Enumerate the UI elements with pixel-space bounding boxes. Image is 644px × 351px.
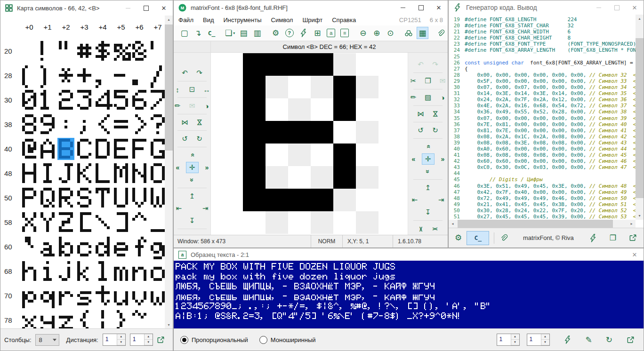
zoom-reset-button[interactable]: ⊙ xyxy=(385,27,396,39)
distance-y-stepper[interactable]: 1 ▲▼ xyxy=(130,334,153,346)
rotate-ccw-icon[interactable]: ↺ xyxy=(178,133,191,144)
glyph-pixel[interactable] xyxy=(288,121,311,144)
glyph-pixel[interactable] xyxy=(333,98,356,121)
help-button[interactable]: ? xyxy=(283,27,295,39)
glyph-pixel[interactable] xyxy=(243,166,266,189)
undo-icon[interactable]: ↶ xyxy=(178,67,191,79)
glyph-pixel[interactable] xyxy=(356,189,378,211)
glyph-pixel[interactable] xyxy=(288,211,311,234)
menu-вид[interactable]: Вид xyxy=(198,16,219,24)
contrast-icon[interactable]: ◑ xyxy=(201,100,211,112)
code-scrollbar-vertical[interactable]: ▴ ▾ xyxy=(636,15,644,220)
distance-x-stepper[interactable]: 1 ▲▼ xyxy=(103,334,126,346)
close-button[interactable]: ✕ xyxy=(626,0,644,15)
flip-v-icon[interactable]: ⋈ xyxy=(193,117,206,128)
scroll-up-icon[interactable]: ▴ xyxy=(165,16,173,24)
sample-titlebar[interactable]: a Образец текста - 2:1 ✕ xyxy=(174,248,644,261)
nav-up-icon[interactable]: » xyxy=(186,150,199,161)
rotate-cw-icon[interactable]: ↻ xyxy=(429,125,442,136)
text-sample-button[interactable]: a xyxy=(325,27,337,39)
refresh-icon[interactable]: ↻ xyxy=(606,335,612,345)
minimize-button[interactable] xyxy=(394,0,412,15)
close-button[interactable]: ✕ xyxy=(155,0,173,16)
scrollbar-thumb[interactable] xyxy=(458,220,613,228)
rotate-cw-icon[interactable]: ↻ xyxy=(193,133,206,144)
glyph-pixel[interactable] xyxy=(288,144,311,166)
glyph-pixel[interactable] xyxy=(266,53,288,76)
glyph-pixel[interactable] xyxy=(243,76,266,98)
glyph-pixel[interactable] xyxy=(356,121,378,144)
glyph-pixel[interactable] xyxy=(266,189,288,211)
close-button[interactable]: ✕ xyxy=(430,0,448,15)
glyph-pixel[interactable] xyxy=(356,76,378,98)
glyph-pixel[interactable] xyxy=(266,166,288,189)
sample-spacing-x-stepper[interactable]: 1 ▲▼ xyxy=(497,334,520,346)
squeeze-h-icon[interactable]: )( xyxy=(178,231,191,235)
scroll-up-icon[interactable]: ▴ xyxy=(636,15,644,23)
glyph-pixel[interactable] xyxy=(333,76,356,98)
glyph-pixel[interactable] xyxy=(311,98,333,121)
glyph-pixel[interactable] xyxy=(333,211,356,234)
glyph-pixel[interactable] xyxy=(288,98,311,121)
brush-icon[interactable]: ✏ xyxy=(174,100,184,112)
scroll-left-icon[interactable]: ◂ xyxy=(449,220,457,228)
open-file-button[interactable]: ❏▾ xyxy=(224,27,236,39)
glyph-pixel[interactable] xyxy=(333,144,356,166)
scrollbar-thumb[interactable] xyxy=(636,38,644,198)
settings-button[interactable]: ⚙ xyxy=(270,27,282,39)
cut-icon[interactable]: ✂ xyxy=(408,75,420,87)
code-output-button[interactable]: ≡ xyxy=(339,27,351,39)
generate-icon[interactable] xyxy=(564,335,572,344)
col-width-icon[interactable]: ↔ xyxy=(201,84,211,95)
glyph-pixel[interactable] xyxy=(311,76,333,98)
sample-spacing-y-stepper[interactable]: 1 ▲▼ xyxy=(527,334,550,346)
scroll-right-icon[interactable]: ▸ xyxy=(628,220,636,228)
redo-icon[interactable]: ↷ xyxy=(193,67,206,79)
shift-left-icon[interactable]: ⇤ xyxy=(409,194,421,206)
glyph-pixel[interactable] xyxy=(333,189,356,211)
glyph-pixel[interactable] xyxy=(311,53,333,76)
image-icon[interactable]: ▨ xyxy=(422,92,435,103)
zoom-in-button[interactable]: ⊕ xyxy=(371,27,383,39)
glyph-pixel[interactable] xyxy=(243,98,266,121)
generate-code-button[interactable] xyxy=(298,27,310,39)
copy-icon[interactable]: ❐ xyxy=(610,233,616,242)
scrollbar-thumb[interactable] xyxy=(165,24,173,151)
find-button[interactable] xyxy=(403,27,415,39)
edit-icon[interactable]: ✎ xyxy=(586,335,592,345)
glyph-pixel[interactable] xyxy=(333,53,356,76)
squeeze-v-icon[interactable]: )( xyxy=(429,223,442,234)
row-height-icon[interactable]: ↕ xyxy=(174,84,184,95)
glyph-pixel[interactable] xyxy=(311,211,333,234)
glyph-pixel[interactable] xyxy=(243,121,266,144)
glyph-pixel[interactable] xyxy=(288,76,311,98)
nav-down-icon[interactable]: » xyxy=(422,166,435,177)
columns-select[interactable]: 8 xyxy=(35,334,59,346)
shift-up-icon[interactable]: ↥ xyxy=(422,182,435,193)
code-scrollbar-horizontal[interactable]: ◂ ▸ xyxy=(449,220,636,228)
glyph-pixel[interactable] xyxy=(311,144,333,166)
shift-left-icon[interactable]: ⇤ xyxy=(174,203,185,214)
glyph-pixel[interactable] xyxy=(356,98,378,121)
shift-up-icon[interactable]: ↥ xyxy=(186,191,199,202)
codegen-titlebar[interactable]: Генератор кода. Вывод ✕ xyxy=(449,0,644,15)
maximize-button[interactable] xyxy=(608,0,626,15)
minimize-button[interactable] xyxy=(119,0,137,16)
shift-right-icon[interactable]: ⇥ xyxy=(199,203,211,214)
maximize-button[interactable] xyxy=(137,0,155,16)
menu-шрифт[interactable]: Шрифт xyxy=(298,16,327,24)
glyph-pixel[interactable] xyxy=(266,121,288,144)
char-map-scrollbar[interactable]: ▴ ▾ xyxy=(165,16,173,329)
save-button[interactable]: ▤ xyxy=(238,27,250,39)
minimize-button[interactable] xyxy=(590,0,608,15)
menu-символ[interactable]: Символ xyxy=(266,16,298,24)
contrast-icon[interactable]: ◑ xyxy=(436,92,448,103)
glyph-pixel[interactable] xyxy=(288,53,311,76)
export-icon[interactable] xyxy=(626,335,635,344)
glyph-pixel[interactable] xyxy=(356,211,378,234)
export-icon[interactable] xyxy=(156,335,165,344)
import-font-button[interactable]: ↴ xyxy=(192,27,204,39)
glyph-pixel[interactable] xyxy=(311,189,333,211)
nav-right-icon[interactable]: » xyxy=(201,162,211,173)
zoom-out-button[interactable]: ⊖ xyxy=(357,27,369,39)
